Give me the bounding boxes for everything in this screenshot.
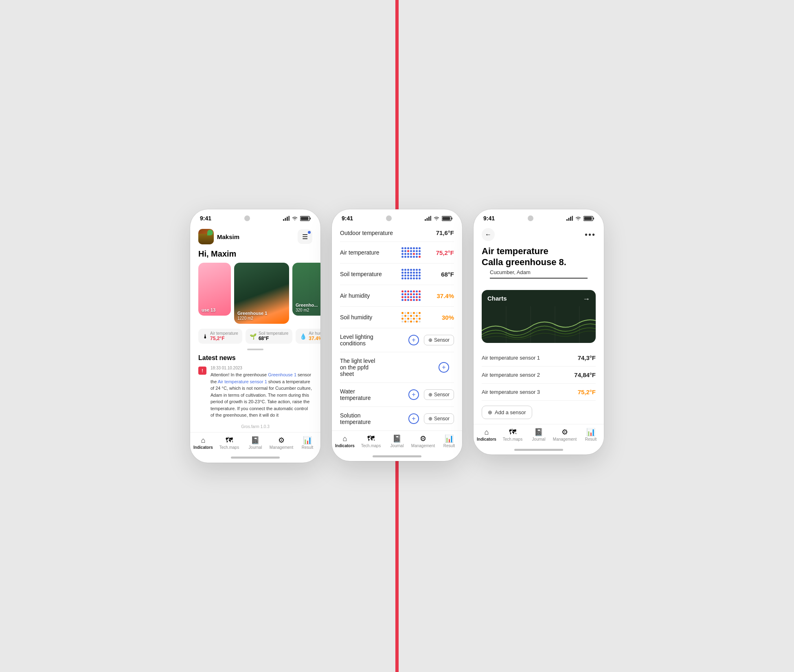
nav3-result[interactable]: 📊 Result bbox=[578, 428, 604, 441]
p2-label-level-lighting: Level lightingconditions bbox=[340, 334, 404, 347]
svg-rect-7 bbox=[425, 219, 426, 221]
nav2-result[interactable]: 📊 Result bbox=[436, 435, 462, 448]
p3-sensor-row-2[interactable]: Air temperature sensor 3 75,2°F bbox=[482, 384, 596, 401]
p2-row-soil-temp[interactable]: Soil temperature 68°F bbox=[340, 264, 454, 285]
techmaps-icon-3: 🗺 bbox=[509, 428, 516, 436]
nav3-management[interactable]: ⚙ Management bbox=[552, 428, 578, 441]
nav1-management[interactable]: ⚙ Management bbox=[268, 437, 294, 450]
phone1-chip-air-temp[interactable]: 🌡 Air temperature 75,2°F bbox=[198, 329, 242, 344]
nav1-result[interactable]: 📊 Result bbox=[294, 437, 320, 450]
phone1-chip-soil-temp[interactable]: 🌱 Soil temperature 68°F bbox=[246, 329, 292, 344]
nav2-management[interactable]: ⚙ Management bbox=[410, 435, 436, 448]
p2-value-air-temp: 75,2°F bbox=[426, 249, 454, 256]
menu-notification-dot bbox=[308, 231, 311, 234]
p2-label-air-humidity: Air humidity bbox=[340, 292, 397, 299]
phone1-avatar bbox=[198, 229, 214, 244]
solution-temp-sensor-btn[interactable]: ⊕ Sensor bbox=[424, 413, 454, 424]
phone1-username: Maksim bbox=[217, 233, 239, 240]
p2-value-outdoor: 71,6°F bbox=[426, 229, 454, 236]
svg-rect-6 bbox=[301, 217, 309, 220]
solution-temp-add-btn[interactable]: + bbox=[408, 413, 419, 424]
add-sensor-icon: ⊕ bbox=[488, 409, 492, 415]
phone3-status-bar: 9:41 bbox=[474, 209, 604, 224]
indicators-icon-2: ⌂ bbox=[343, 435, 347, 442]
phone3-add-sensor-btn[interactable]: ⊕ Add a sensor bbox=[482, 406, 532, 419]
phone1-header: Maksim ☰ bbox=[190, 224, 320, 248]
p2-row-water-temp: Watertemperature + ⊕ Sensor bbox=[340, 383, 454, 407]
p2-label-water-temp: Watertemperature bbox=[340, 388, 404, 401]
phone3-back-button[interactable]: ← bbox=[482, 228, 495, 241]
phone3-camera bbox=[528, 215, 533, 221]
p2-row-solution-temp: Solutiontemperature + ⊕ Sensor bbox=[340, 407, 454, 430]
soil-icon: 🌱 bbox=[250, 333, 257, 340]
humidity-icon: 💧 bbox=[300, 333, 307, 340]
phone1-card-2[interactable]: Greenho...320 m2 bbox=[292, 263, 320, 316]
nav3-techmaps[interactable]: 🗺 Tech.maps bbox=[500, 428, 526, 441]
phone2-bottom-nav: ⌂ Indicators 🗺 Tech.maps 📓 Journal ⚙ Man… bbox=[332, 430, 462, 451]
nav2-indicators[interactable]: ⌂ Indicators bbox=[332, 435, 358, 448]
p3-sensor-name-2: Air temperature sensor 3 bbox=[482, 389, 540, 395]
nav1-journal[interactable]: 📓 Journal bbox=[242, 437, 268, 450]
p3-sensor-row-0[interactable]: Air temperature sensor 1 74,3°F bbox=[482, 349, 596, 367]
chip-soil-temp-value: 68°F bbox=[259, 336, 288, 341]
p2-row-air-humidity[interactable]: Air humidity 37.4% bbox=[340, 285, 454, 307]
nav1-indicators[interactable]: ⌂ Indicators bbox=[190, 437, 216, 450]
sensor-plus-icon: ⊕ bbox=[428, 337, 432, 343]
chip-air-humidity-value: 37.4% bbox=[309, 336, 320, 341]
soil-humidity-dots bbox=[401, 312, 421, 323]
techmaps-icon: 🗺 bbox=[226, 437, 233, 444]
add-sensor-label: Add a sensor bbox=[495, 409, 526, 415]
indicators-icon-3: ⌂ bbox=[485, 428, 489, 436]
nav1-techmaps[interactable]: 🗺 Tech.maps bbox=[216, 437, 242, 450]
nav3-indicators[interactable]: ⌂ Indicators bbox=[474, 428, 500, 441]
nav3-journal[interactable]: 📓 Journal bbox=[526, 428, 552, 441]
news-link-sensor[interactable]: Air temperature sensor 1 bbox=[218, 379, 267, 384]
nav2-journal[interactable]: 📓 Journal bbox=[384, 435, 410, 448]
p2-label-air-temp: Air temperature bbox=[340, 249, 397, 256]
ppfd-add-btn[interactable]: + bbox=[439, 362, 449, 373]
svg-rect-12 bbox=[452, 217, 452, 220]
water-temp-add-btn[interactable]: + bbox=[408, 389, 419, 400]
svg-rect-1 bbox=[285, 218, 286, 221]
p3-sensor-name-1: Air temperature sensor 2 bbox=[482, 372, 540, 378]
svg-rect-15 bbox=[568, 218, 570, 221]
p3-sensor-row-1[interactable]: Air temperature sensor 2 74,84°F bbox=[482, 367, 596, 384]
p2-row-ppfd: The light levelon the ppfdsheet + bbox=[340, 352, 454, 383]
lighting-add-btn[interactable]: + bbox=[408, 335, 419, 345]
wifi-icon-3 bbox=[575, 216, 581, 221]
journal-icon-3: 📓 bbox=[534, 428, 543, 436]
svg-rect-9 bbox=[428, 217, 430, 221]
result-icon: 📊 bbox=[303, 437, 312, 444]
p3-sensor-value-2: 75,2°F bbox=[578, 389, 596, 395]
chart-arrow-icon: → bbox=[583, 295, 590, 303]
phone3-chart-card[interactable]: Charts → bbox=[482, 290, 596, 343]
menu-icon: ☰ bbox=[302, 233, 308, 241]
card-0-label: use 13 bbox=[202, 307, 215, 312]
battery-icon-2 bbox=[442, 216, 452, 221]
news-timestamp: 18:33 01.10.2023 bbox=[211, 366, 312, 370]
p2-value-air-humidity: 37.4% bbox=[426, 292, 454, 299]
p2-row-soil-humidity[interactable]: Soil humidity 30% bbox=[340, 307, 454, 328]
phone3-more-button[interactable]: ••• bbox=[585, 230, 596, 239]
phone1-bottom-nav: ⌂ Indicators 🗺 Tech.maps 📓 Journal ⚙ Man… bbox=[190, 432, 320, 453]
phone2-time: 9:41 bbox=[342, 215, 353, 222]
phone1-card-0[interactable]: use 13 bbox=[198, 263, 231, 316]
p2-row-air-temp[interactable]: Air temperature 75,2°F bbox=[340, 242, 454, 264]
nav2-techmaps[interactable]: 🗺 Tech.maps bbox=[358, 435, 384, 448]
phone1-news-section: Latest news ! 18:33 01.10.2023 Attention… bbox=[190, 352, 320, 421]
lighting-sensor-btn[interactable]: ⊕ Sensor bbox=[424, 335, 454, 345]
phone1-card-1[interactable]: Greenhouse 11220 m2 bbox=[234, 263, 289, 324]
phone1-chip-air-humidity[interactable]: 💧 Air humidity 37.4% bbox=[296, 329, 320, 344]
phone2-home-indicator bbox=[332, 451, 462, 461]
phone1-version: Gros.farm 1.0.3 bbox=[190, 421, 320, 432]
phone1-cards-carousel: use 13 Greenhouse 11220 m2 Greenho...320… bbox=[190, 263, 320, 324]
phone1-menu-button[interactable]: ☰ bbox=[298, 229, 312, 244]
phone3-nav-header: ← ••• bbox=[474, 224, 604, 244]
p2-label-solution-temp: Solutiontemperature bbox=[340, 412, 404, 425]
phone2-camera bbox=[386, 215, 392, 221]
phone1-status-bar: 9:41 bbox=[190, 209, 320, 224]
p2-row-level-lighting: Level lightingconditions + ⊕ Sensor bbox=[340, 328, 454, 352]
news-link-greenhouse[interactable]: Greenhouse 1 bbox=[268, 372, 296, 377]
phone1-sensors-scroll: 🌡 Air temperature 75,2°F 🌱 Soil temperat… bbox=[190, 324, 320, 347]
water-temp-sensor-btn[interactable]: ⊕ Sensor bbox=[424, 389, 454, 400]
